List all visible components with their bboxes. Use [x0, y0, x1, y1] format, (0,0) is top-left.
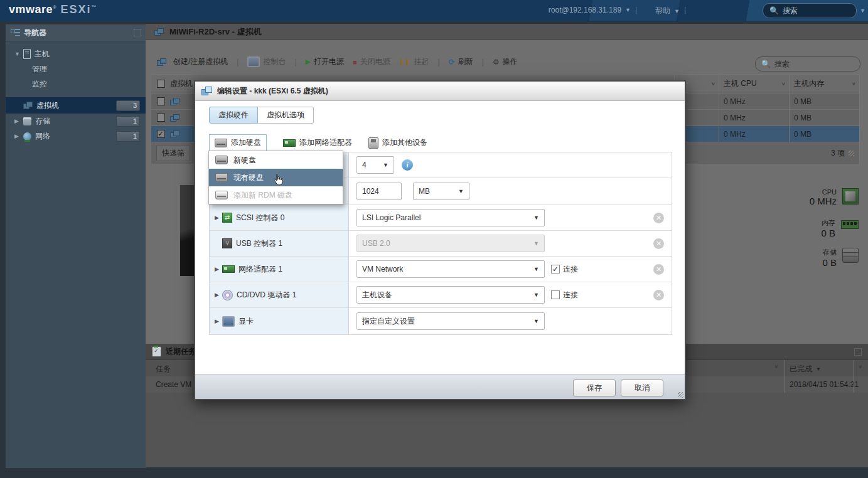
video-card-row: ▶ 显卡 指定自定义设置 ▼: [210, 308, 672, 334]
save-button[interactable]: 保存: [573, 380, 616, 396]
sidebar-item-monitor[interactable]: 监控: [6, 77, 146, 92]
host-icon: [23, 49, 31, 59]
select-all-checkbox[interactable]: [157, 80, 165, 88]
row-checkbox[interactable]: [157, 114, 165, 122]
select-value: 4: [362, 161, 367, 169]
usb-row-label: ⑂ USB 控制器 1: [210, 231, 349, 256]
vm-search-input[interactable]: 🔍 搜索: [755, 56, 860, 72]
help-label: 帮助: [655, 6, 670, 16]
memory-ram-icon: [841, 220, 859, 229]
tab-vm-options[interactable]: 虚拟机选项: [258, 107, 314, 124]
expand-arrow-icon[interactable]: ▶: [215, 266, 222, 272]
brand-tm-mark: ™: [91, 4, 97, 10]
divider: |: [237, 58, 238, 66]
power-on-button[interactable]: ▶ 打开电源: [306, 56, 344, 67]
expand-panel-icon[interactable]: [854, 348, 862, 356]
expand-arrow-icon[interactable]: ▶: [215, 292, 222, 298]
search-icon: 🔍: [769, 6, 779, 15]
column-label: 主机 CPU: [724, 78, 757, 89]
device-label: CD/DVD 驱动器 1: [237, 290, 296, 300]
sidebar-item-network[interactable]: ▶ 网络 1: [6, 129, 146, 144]
edit-settings-dialog: 编辑设置 - kkk (ESXi 6.5 虚拟机) 虚拟硬件 虚拟机选项 添加硬…: [194, 80, 686, 400]
chevron-down-icon: ˅: [852, 81, 855, 87]
remove-device-icon[interactable]: ✕: [653, 213, 664, 223]
memory-unit-select[interactable]: MB ▼: [413, 183, 469, 200]
select-value: 主机设备: [362, 290, 392, 300]
dialog-resize-grip[interactable]: [678, 392, 683, 398]
expand-arrow-icon[interactable]: ▶: [215, 318, 222, 324]
sidebar-item-virtual-machines[interactable]: 虚拟机 3: [6, 97, 146, 114]
row-checkbox-checked[interactable]: ✓: [157, 130, 165, 138]
menu-item-new-rdm-disk: 添加新 RDM 磁盘: [209, 186, 343, 204]
scsi-type-select[interactable]: LSI Logic Parallel ▼: [356, 209, 545, 226]
cd-source-select[interactable]: 主机设备 ▼: [356, 286, 545, 304]
create-register-vm-button[interactable]: 创建/注册虚拟机: [157, 56, 228, 67]
chevron-down-icon: ˅: [774, 364, 778, 370]
user-menu[interactable]: root@192.168.31.189 ▼: [549, 6, 631, 14]
collapse-arrow-icon[interactable]: ▶: [14, 133, 23, 139]
global-search-input[interactable]: 🔍 搜索: [763, 3, 857, 18]
suspend-button[interactable]: ❚❚ 挂起: [399, 56, 429, 67]
column-completed[interactable]: 已完成 ▼: [790, 364, 821, 374]
refresh-button[interactable]: ⟳ 刷新: [449, 56, 473, 67]
count-badge: 1: [116, 131, 140, 142]
usb-version-select: USB 2.0 ▼: [356, 235, 545, 252]
search-options-chevron-icon[interactable]: ▼: [860, 8, 865, 14]
actions-button[interactable]: ⚙ 操作: [493, 56, 518, 67]
button-label: 刷新: [458, 56, 473, 67]
remove-device-icon[interactable]: ✕: [653, 264, 664, 275]
row-checkbox[interactable]: [157, 97, 165, 105]
select-value: USB 2.0: [362, 239, 390, 248]
sidebar-item-manage[interactable]: 管理: [6, 61, 146, 77]
column-task[interactable]: 任务: [156, 364, 171, 374]
button-label: 添加网络适配器: [299, 137, 352, 148]
tab-virtual-hardware[interactable]: 虚拟硬件: [209, 107, 258, 124]
column-host-mem[interactable]: 主机内存 ˅: [790, 75, 859, 93]
power-off-button[interactable]: ■ 关闭电源: [353, 56, 390, 67]
device-label: 显卡: [238, 316, 254, 327]
stat-cpu: CPU 0 MHz: [810, 188, 859, 206]
stat-label: CPU: [810, 188, 837, 196]
memory-size-input[interactable]: 1024: [356, 183, 402, 200]
console-button[interactable]: 控制台: [247, 56, 286, 67]
new-vm-icon: [157, 58, 167, 66]
remove-device-icon[interactable]: ✕: [653, 290, 664, 300]
stat-label: 内存: [821, 218, 835, 228]
network-select[interactable]: VM Network ▼: [356, 260, 545, 278]
menu-item-new-disk[interactable]: 新硬盘: [209, 151, 343, 169]
quick-filter-label: 快速筛: [162, 148, 185, 159]
add-network-adapter-button[interactable]: 添加网络适配器: [283, 137, 352, 148]
remove-device-icon[interactable]: ✕: [653, 238, 664, 249]
pin-sidebar-icon[interactable]: [134, 29, 141, 36]
add-other-device-button[interactable]: 添加其他设备: [368, 137, 427, 149]
quick-filter-button[interactable]: 快速筛: [156, 145, 190, 161]
resize-grip[interactable]: [849, 151, 854, 156]
sidebar-item-host[interactable]: ▼ 主机: [6, 46, 146, 61]
stat-value: 0 B: [822, 257, 837, 268]
connect-checkbox-checked[interactable]: ✓: [551, 265, 560, 274]
add-hard-disk-button[interactable]: 添加硬盘: [209, 134, 267, 151]
sidebar-item-label: 虚拟机: [36, 100, 59, 111]
expand-arrow-icon[interactable]: ▶: [215, 215, 222, 221]
cpu-count-select[interactable]: 4 ▼: [356, 156, 394, 174]
collapse-arrow-icon[interactable]: ▶: [14, 118, 23, 124]
pause-icon: ❚❚: [399, 58, 411, 65]
tab-label: 虚拟机选项: [267, 110, 304, 120]
column-host-cpu[interactable]: 主机 CPU ˅: [719, 75, 789, 93]
navigator-title: 导航器: [24, 28, 46, 38]
page-title: MiWiFi-R2D-srv - 虚拟机: [169, 26, 262, 38]
select-arrow-icon: ▼: [458, 188, 464, 194]
virtual-machine-icon: [170, 98, 180, 105]
recent-tasks-title: 近期任务: [166, 346, 196, 357]
help-menu[interactable]: 帮助 ▼: [655, 6, 680, 16]
cancel-button[interactable]: 取消: [621, 380, 663, 396]
divider: |: [294, 58, 296, 66]
connect-checkbox-unchecked[interactable]: [551, 290, 560, 299]
sidebar-item-storage[interactable]: ▶ 存储 1: [6, 114, 146, 129]
expand-arrow-icon[interactable]: ▼: [14, 51, 23, 57]
dialog-title-bar[interactable]: 编辑设置 - kkk (ESXi 6.5 虚拟机): [195, 82, 685, 101]
brand-esxi: ESXi: [60, 3, 91, 16]
info-icon[interactable]: i: [402, 159, 413, 171]
chevron-down-icon: ˅: [859, 364, 862, 370]
video-settings-select[interactable]: 指定自定义设置 ▼: [356, 312, 545, 330]
